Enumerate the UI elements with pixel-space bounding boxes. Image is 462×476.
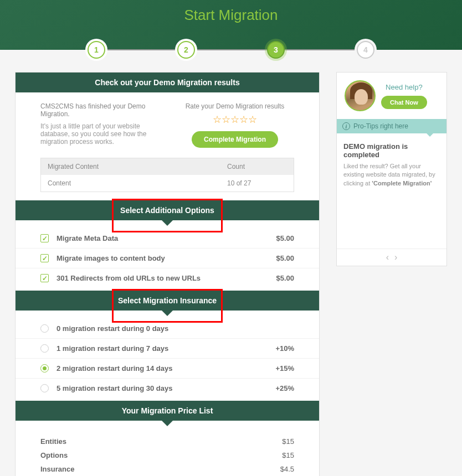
insurance-label: 5 migration restart during 30 days: [57, 384, 275, 392]
price-list-header: Your Migration Price List: [16, 401, 319, 421]
demo-finished-text: CMS2CMS has finished your Demo Migration…: [40, 102, 159, 118]
checkbox-icon[interactable]: [40, 274, 49, 282]
additional-options-header: Select Additional Options: [16, 200, 319, 220]
star-icon[interactable]: ☆: [239, 113, 248, 126]
star-icon[interactable]: ☆: [230, 113, 239, 126]
star-icon[interactable]: ☆: [222, 113, 230, 126]
step-line: [105, 49, 177, 50]
option-label: Migrate Meta Data: [57, 234, 276, 242]
option-row[interactable]: 301 Redirects from old URLs to new URLs …: [16, 268, 319, 288]
step-3-active[interactable]: 3: [267, 41, 285, 59]
price-value: $15: [282, 437, 294, 446]
option-row[interactable]: Migrate Meta Data $5.00: [16, 229, 319, 249]
checkbox-icon[interactable]: [40, 234, 49, 242]
price-row: Insurance $4.5: [16, 462, 319, 476]
price-value: $4.5: [280, 465, 294, 473]
tip-nav: ‹ ›: [337, 249, 446, 266]
header-bar: Start Migration 1 2 3 4: [0, 0, 462, 50]
rate-label: Rate your Demo Migration results: [176, 102, 294, 110]
insurance-label: 0 migration restart during 0 days: [57, 324, 294, 333]
radio-icon[interactable]: [40, 364, 49, 372]
price-row: Options $15: [16, 448, 319, 462]
table-row: Content 10 of 27: [41, 175, 294, 192]
table-header-content: Migrated Content: [48, 163, 227, 170]
pro-tips-bar: i Pro-Tips right here: [337, 119, 446, 133]
pro-tips-label: Pro-Tips right here: [353, 122, 408, 130]
table-cell: Content: [48, 179, 227, 187]
demo-desc-text: It's just a little part of your website …: [40, 122, 159, 146]
demo-results-header: Check out your Demo Migration results: [16, 73, 319, 92]
chevron-right-icon[interactable]: ›: [394, 252, 397, 262]
option-row[interactable]: Migrate images to content body $5.00: [16, 249, 319, 268]
step-line: [195, 49, 267, 50]
migrated-content-table: Migrated Content Count Content 10 of 27: [40, 158, 294, 192]
checkbox-icon[interactable]: [40, 254, 49, 262]
chevron-left-icon[interactable]: ‹: [386, 252, 389, 262]
option-price: $5.00: [276, 234, 294, 242]
insurance-label: 2 migration restart during 14 days: [57, 364, 275, 372]
insurance-price: +25%: [275, 384, 294, 392]
star-icon[interactable]: ☆: [213, 113, 222, 126]
insurance-price: +15%: [275, 364, 294, 372]
insurance-row[interactable]: 0 migration restart during 0 days: [16, 319, 319, 339]
page-title: Start Migration: [0, 0, 462, 24]
price-row: Entities $15: [16, 434, 319, 448]
need-help-text: Need help?: [386, 83, 423, 91]
radio-icon[interactable]: [40, 324, 49, 333]
rating-stars[interactable]: ☆☆☆☆☆: [176, 113, 294, 126]
insurance-row[interactable]: 5 migration restart during 30 days +25%: [16, 379, 319, 398]
step-4: 4: [357, 41, 374, 59]
step-2[interactable]: 2: [177, 41, 195, 59]
tip-text: Liked the result? Get all your existing …: [343, 162, 440, 188]
price-label: Insurance: [40, 465, 280, 473]
price-label: Entities: [40, 437, 282, 446]
stepper: 1 2 3 4: [0, 41, 462, 59]
option-price: $5.00: [276, 274, 294, 282]
tip-title: DEMO migration is completed: [343, 142, 440, 159]
insurance-row[interactable]: 2 migration restart during 14 days +15%: [16, 359, 319, 379]
table-header-count: Count: [227, 163, 287, 170]
table-cell: 10 of 27: [227, 179, 287, 187]
sidebar: Need help? Chat Now i Pro-Tips right her…: [336, 72, 447, 266]
price-label: Options: [40, 451, 282, 459]
star-icon[interactable]: ☆: [248, 113, 257, 126]
migration-insurance-header: Select Migration Insurance: [16, 291, 319, 311]
info-icon: i: [342, 122, 350, 130]
insurance-label: 1 migration restart during 7 days: [57, 344, 275, 353]
insurance-price: +10%: [275, 344, 294, 353]
step-line: [285, 49, 357, 50]
insurance-row[interactable]: 1 migration restart during 7 days +10%: [16, 339, 319, 359]
chat-now-button[interactable]: Chat Now: [381, 96, 427, 109]
complete-migration-button-small[interactable]: Complete Migration: [192, 131, 278, 148]
step-1[interactable]: 1: [88, 41, 105, 59]
price-value: $15: [282, 451, 294, 459]
option-label: 301 Redirects from old URLs to new URLs: [57, 274, 276, 282]
main-panel: Check out your Demo Migration results CM…: [15, 72, 320, 476]
option-price: $5.00: [276, 254, 294, 262]
radio-icon[interactable]: [40, 344, 49, 353]
option-label: Migrate images to content body: [57, 254, 276, 262]
avatar: [345, 80, 376, 111]
radio-icon[interactable]: [40, 384, 49, 392]
